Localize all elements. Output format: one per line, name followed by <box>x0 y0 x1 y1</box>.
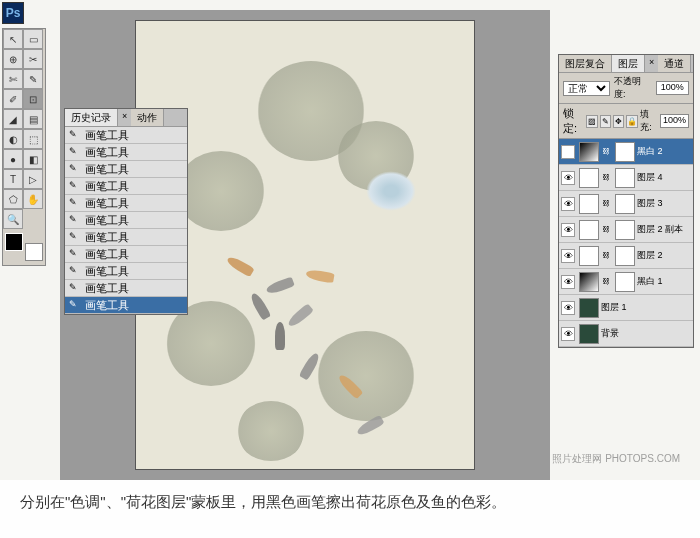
mask-thumbnail[interactable] <box>615 168 635 188</box>
tool-hand[interactable]: ✋ <box>23 189 43 209</box>
layer-row[interactable]: 👁⛓黑白 2 <box>559 139 693 165</box>
history-item[interactable]: ✎画笔工具 <box>65 144 187 161</box>
tool-history-brush[interactable]: ▤ <box>23 109 43 129</box>
layer-row[interactable]: 👁⛓图层 2 副本 <box>559 217 693 243</box>
visibility-icon[interactable]: 👁 <box>561 197 575 211</box>
layers-list[interactable]: 👁⛓黑白 2👁⛓图层 4👁⛓图层 3👁⛓图层 2 副本👁⛓图层 2👁⛓黑白 1👁… <box>559 139 693 347</box>
background-color[interactable] <box>25 243 43 261</box>
history-item[interactable]: ✎画笔工具 <box>65 229 187 246</box>
brush-icon: ✎ <box>69 282 81 294</box>
brush-icon: ✎ <box>69 180 81 192</box>
layers-panel: 图层复合 图层 × 通道 正常 不透明度: 100% 锁定: ▨ ✎ ✥ 🔒 填… <box>558 54 694 348</box>
visibility-icon[interactable]: 👁 <box>561 249 575 263</box>
tool-brush[interactable]: ⊡ <box>23 89 43 109</box>
layer-row[interactable]: 👁⛓图层 2 <box>559 243 693 269</box>
history-item[interactable]: ✎画笔工具 <box>65 212 187 229</box>
history-item[interactable]: ✎画笔工具 <box>65 127 187 144</box>
opacity-value[interactable]: 100% <box>656 81 689 95</box>
lock-brush-icon[interactable]: ✎ <box>600 115 611 128</box>
tool-shape[interactable]: ⬠ <box>3 189 23 209</box>
tool-dodge[interactable]: ◧ <box>23 149 43 169</box>
tool-stamp[interactable]: ◢ <box>3 109 23 129</box>
tool-gradient[interactable]: ⬚ <box>23 129 43 149</box>
tool-text[interactable]: T <box>3 169 23 189</box>
tool-heal[interactable]: ✐ <box>3 89 23 109</box>
mask-thumbnail[interactable] <box>615 220 635 240</box>
mask-thumbnail[interactable] <box>615 142 635 162</box>
layer-thumbnail[interactable] <box>579 220 599 240</box>
tool-wand[interactable]: ✂ <box>23 49 43 69</box>
color-swatches[interactable] <box>5 233 43 261</box>
history-item[interactable]: ✎画笔工具 <box>65 161 187 178</box>
tool-eraser[interactable]: ◐ <box>3 129 23 149</box>
visibility-icon[interactable]: 👁 <box>561 327 575 341</box>
link-icon[interactable]: ⛓ <box>602 225 612 235</box>
brush-icon: ✎ <box>69 248 81 260</box>
fill-value[interactable]: 100% <box>660 114 689 128</box>
history-item[interactable]: ✎画笔工具 <box>65 280 187 297</box>
visibility-icon[interactable]: 👁 <box>561 223 575 237</box>
history-item-label: 画笔工具 <box>85 196 129 211</box>
tab-layer-comps[interactable]: 图层复合 <box>559 55 612 72</box>
tool-zoom[interactable]: 🔍 <box>3 209 23 229</box>
mask-thumbnail[interactable] <box>615 194 635 214</box>
mask-thumbnail[interactable] <box>615 246 635 266</box>
tab-actions[interactable]: 动作 <box>131 109 164 126</box>
visibility-icon[interactable]: 👁 <box>561 171 575 185</box>
tool-path[interactable]: ▷ <box>23 169 43 189</box>
layer-thumbnail[interactable] <box>579 194 599 214</box>
lock-move-icon[interactable]: ✥ <box>613 115 624 128</box>
link-icon[interactable]: ⛓ <box>602 173 612 183</box>
link-icon[interactable]: ⛓ <box>602 277 612 287</box>
history-tabs: 历史记录 × 动作 <box>65 109 187 127</box>
history-item[interactable]: ✎画笔工具 <box>65 263 187 280</box>
layer-row[interactable]: 👁图层 1 <box>559 295 693 321</box>
mask-thumbnail[interactable] <box>615 272 635 292</box>
tool-blur[interactable]: ● <box>3 149 23 169</box>
tutorial-caption: 分别在"色调"、"荷花图层"蒙板里，用黑色画笔擦出荷花原色及鱼的色彩。 <box>0 480 700 538</box>
tab-channels[interactable]: 通道 <box>658 55 691 72</box>
tool-slice[interactable]: ✎ <box>23 69 43 89</box>
history-item[interactable]: ✎画笔工具 <box>65 195 187 212</box>
layer-row[interactable]: 👁⛓图层 4 <box>559 165 693 191</box>
layer-name-label: 背景 <box>601 327 691 340</box>
visibility-icon[interactable]: 👁 <box>561 145 575 159</box>
layer-row[interactable]: 👁背景 <box>559 321 693 347</box>
layers-tabs: 图层复合 图层 × 通道 <box>559 55 693 73</box>
tab-close-icon[interactable]: × <box>645 55 658 72</box>
foreground-color[interactable] <box>5 233 23 251</box>
tool-marquee[interactable]: ▭ <box>23 29 43 49</box>
layer-thumbnail[interactable] <box>579 142 599 162</box>
layer-thumbnail[interactable] <box>579 246 599 266</box>
history-item[interactable]: ✎画笔工具 <box>65 246 187 263</box>
lock-transparency-icon[interactable]: ▨ <box>586 115 597 128</box>
history-item-label: 画笔工具 <box>85 179 129 194</box>
link-icon[interactable]: ⛓ <box>602 147 612 157</box>
layer-row[interactable]: 👁⛓图层 3 <box>559 191 693 217</box>
brush-icon: ✎ <box>69 163 81 175</box>
tab-history[interactable]: 历史记录 <box>65 109 118 126</box>
history-item[interactable]: ✎画笔工具 <box>65 297 187 314</box>
layer-name-label: 图层 3 <box>637 197 691 210</box>
link-icon[interactable]: ⛓ <box>602 199 612 209</box>
brush-icon: ✎ <box>69 197 81 209</box>
tab-close-icon[interactable]: × <box>118 109 131 126</box>
tab-layers[interactable]: 图层 <box>612 55 645 72</box>
layer-thumbnail[interactable] <box>579 298 599 318</box>
blend-mode-select[interactable]: 正常 <box>563 81 610 96</box>
app-logo: Ps <box>2 2 24 24</box>
visibility-icon[interactable]: 👁 <box>561 275 575 289</box>
visibility-icon[interactable]: 👁 <box>561 301 575 315</box>
layer-thumbnail[interactable] <box>579 168 599 188</box>
layer-thumbnail[interactable] <box>579 272 599 292</box>
lock-all-icon[interactable]: 🔒 <box>626 115 638 128</box>
layer-name-label: 黑白 1 <box>637 275 691 288</box>
link-icon[interactable]: ⛓ <box>602 251 612 261</box>
history-list[interactable]: ✎画笔工具✎画笔工具✎画笔工具✎画笔工具✎画笔工具✎画笔工具✎画笔工具✎画笔工具… <box>65 127 187 314</box>
layer-row[interactable]: 👁⛓黑白 1 <box>559 269 693 295</box>
layer-thumbnail[interactable] <box>579 324 599 344</box>
tool-lasso[interactable]: ⊕ <box>3 49 23 69</box>
history-item[interactable]: ✎画笔工具 <box>65 178 187 195</box>
tool-crop[interactable]: ✄ <box>3 69 23 89</box>
tool-move[interactable]: ↖ <box>3 29 23 49</box>
